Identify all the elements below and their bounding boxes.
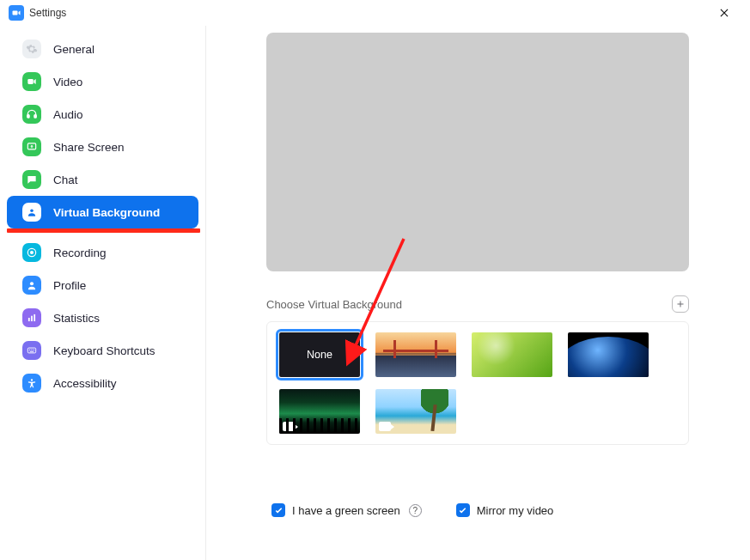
svg-point-15 bbox=[34, 350, 34, 350]
background-option-earth[interactable] bbox=[568, 332, 649, 377]
sidebar-item-accessibility[interactable]: Accessibility bbox=[7, 367, 198, 399]
app-icon bbox=[9, 5, 24, 21]
sidebar-item-label: Accessibility bbox=[53, 377, 117, 390]
sidebar-item-video[interactable]: Video bbox=[7, 65, 198, 98]
svg-rect-2 bbox=[27, 115, 29, 119]
svg-point-5 bbox=[30, 210, 34, 213]
svg-point-8 bbox=[30, 282, 34, 285]
sidebar-item-statistics[interactable]: Statistics bbox=[7, 301, 198, 334]
svg-rect-0 bbox=[13, 11, 18, 15]
svg-rect-10 bbox=[31, 316, 33, 321]
sidebar-item-label: Share Screen bbox=[53, 141, 125, 154]
mirror-video-label: Mirror my video bbox=[477, 504, 554, 517]
sidebar-item-virtual-background[interactable]: Virtual Background bbox=[7, 196, 198, 228]
content-area: Choose Virtual Background None I have a … bbox=[206, 26, 750, 560]
sidebar-item-label: Profile bbox=[53, 279, 86, 292]
sidebar-item-label: Statistics bbox=[53, 312, 100, 325]
svg-rect-16 bbox=[30, 351, 34, 352]
sidebar-item-label: Video bbox=[53, 76, 82, 88]
video-badge-icon bbox=[283, 422, 295, 431]
sidebar-item-label: Recording bbox=[53, 247, 107, 259]
mirror-video-checkbox[interactable]: Mirror my video bbox=[456, 503, 554, 517]
gear-icon bbox=[22, 40, 41, 58]
svg-point-7 bbox=[30, 251, 34, 254]
accessibility-icon bbox=[22, 374, 41, 393]
title-bar: Settings bbox=[0, 0, 750, 26]
background-option-none[interactable]: None bbox=[279, 332, 360, 377]
sidebar-item-label: Virtual Background bbox=[53, 206, 160, 219]
keyboard-icon bbox=[22, 341, 41, 360]
share-screen-icon bbox=[22, 137, 41, 156]
sidebar-item-share-screen[interactable]: Share Screen bbox=[7, 131, 198, 163]
background-grid: None bbox=[266, 321, 689, 445]
checkbox-checked-icon bbox=[456, 503, 470, 517]
sidebar-item-label: General bbox=[53, 43, 95, 56]
background-none-label: None bbox=[307, 349, 332, 361]
svg-point-13 bbox=[29, 350, 30, 350]
background-option-grass[interactable] bbox=[472, 332, 552, 377]
sidebar-item-label: Chat bbox=[53, 173, 78, 186]
green-screen-checkbox[interactable]: I have a green screen ? bbox=[271, 503, 422, 517]
settings-sidebar: General Video Audio Share Screen Chat Vi… bbox=[0, 26, 206, 560]
person-background-icon bbox=[22, 203, 41, 222]
section-title: Choose Virtual Background bbox=[266, 298, 402, 311]
sidebar-item-profile[interactable]: Profile bbox=[7, 269, 198, 301]
background-option-golden-gate[interactable] bbox=[375, 332, 456, 377]
svg-rect-9 bbox=[28, 318, 30, 321]
svg-point-17 bbox=[31, 379, 33, 380]
video-badge-icon bbox=[379, 422, 391, 431]
background-option-aurora[interactable] bbox=[279, 389, 360, 434]
sidebar-item-general[interactable]: General bbox=[7, 33, 198, 65]
close-button[interactable] bbox=[707, 0, 741, 26]
video-icon bbox=[22, 72, 41, 91]
svg-point-14 bbox=[31, 350, 32, 350]
chat-icon bbox=[22, 170, 41, 189]
headphones-icon bbox=[22, 105, 41, 124]
sidebar-item-audio[interactable]: Audio bbox=[7, 98, 198, 131]
add-background-button[interactable] bbox=[672, 295, 689, 313]
video-preview bbox=[266, 33, 689, 271]
svg-rect-3 bbox=[34, 115, 36, 119]
checkbox-checked-icon bbox=[271, 503, 285, 517]
record-icon bbox=[22, 243, 41, 262]
sidebar-item-chat[interactable]: Chat bbox=[7, 163, 198, 196]
profile-icon bbox=[22, 276, 41, 295]
background-option-beach[interactable] bbox=[375, 389, 456, 434]
help-icon[interactable]: ? bbox=[409, 504, 422, 517]
svg-rect-11 bbox=[34, 314, 35, 321]
sidebar-item-label: Audio bbox=[53, 108, 83, 121]
green-screen-label: I have a green screen bbox=[292, 504, 400, 517]
annotation-underline bbox=[7, 228, 200, 233]
window-title: Settings bbox=[29, 7, 66, 19]
sidebar-item-recording[interactable]: Recording bbox=[7, 236, 198, 269]
sidebar-item-keyboard-shortcuts[interactable]: Keyboard Shortcuts bbox=[7, 334, 198, 367]
svg-rect-1 bbox=[27, 79, 33, 84]
sidebar-item-label: Keyboard Shortcuts bbox=[53, 344, 155, 357]
statistics-icon bbox=[22, 308, 41, 327]
